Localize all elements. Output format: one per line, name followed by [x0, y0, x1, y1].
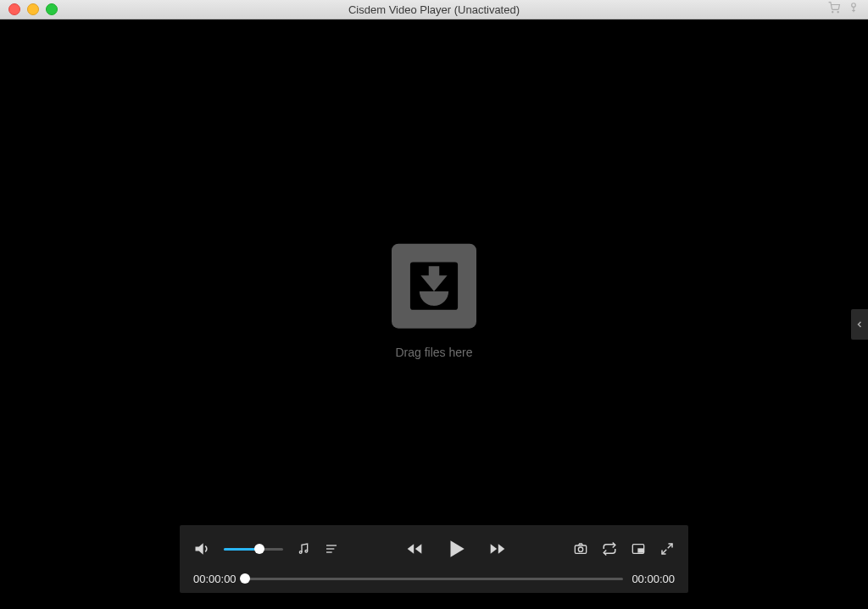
drop-zone-label: Drag files here	[395, 345, 472, 358]
picture-in-picture-button[interactable]	[631, 542, 646, 556]
svg-marker-11	[408, 544, 415, 554]
import-icon	[392, 243, 476, 328]
titlebar-right-icons	[827, 2, 868, 17]
svg-marker-15	[498, 544, 505, 554]
loop-button[interactable]	[602, 541, 617, 556]
volume-slider[interactable]	[224, 548, 283, 551]
side-panel-toggle[interactable]	[851, 309, 868, 340]
window-title: Cisdem Video Player (Unactivated)	[0, 3, 868, 16]
svg-marker-12	[415, 544, 422, 554]
current-time-label: 00:00:00	[193, 573, 236, 585]
audio-track-button[interactable]	[297, 542, 310, 556]
zoom-window-button[interactable]	[46, 3, 58, 15]
controls-bar: 00:00:00 00:00:00	[180, 525, 688, 593]
svg-point-1	[837, 12, 838, 13]
svg-point-6	[299, 551, 302, 554]
minimize-window-button[interactable]	[27, 3, 39, 15]
svg-rect-19	[638, 549, 643, 552]
svg-marker-5	[196, 544, 203, 555]
svg-point-2	[852, 3, 856, 8]
seek-bar[interactable]	[245, 578, 624, 580]
window-controls	[0, 3, 58, 15]
controls-top-row	[193, 534, 675, 563]
total-time-label: 00:00:00	[632, 573, 675, 585]
drop-zone[interactable]: Drag files here	[392, 243, 476, 358]
title-bar: Cisdem Video Player (Unactivated)	[0, 0, 868, 19]
key-icon[interactable]	[848, 2, 860, 17]
svg-point-0	[832, 12, 833, 13]
svg-point-17	[578, 547, 582, 551]
svg-line-20	[662, 550, 666, 554]
svg-marker-14	[491, 544, 498, 554]
close-window-button[interactable]	[8, 3, 20, 15]
fullscreen-button[interactable]	[659, 541, 675, 556]
playlist-button[interactable]	[324, 542, 339, 556]
play-button[interactable]	[445, 538, 467, 560]
svg-line-21	[668, 544, 672, 548]
seek-thumb[interactable]	[240, 573, 250, 584]
fast-forward-button[interactable]	[487, 540, 508, 557]
svg-marker-13	[451, 541, 465, 558]
timeline-row: 00:00:00 00:00:00	[193, 573, 675, 585]
volume-button[interactable]	[193, 540, 210, 557]
video-area: Drag files here	[0, 19, 868, 609]
cart-icon[interactable]	[827, 2, 841, 17]
snapshot-button[interactable]	[573, 542, 588, 556]
rewind-button[interactable]	[404, 540, 425, 557]
volume-thumb[interactable]	[254, 544, 264, 554]
svg-point-7	[305, 551, 308, 553]
